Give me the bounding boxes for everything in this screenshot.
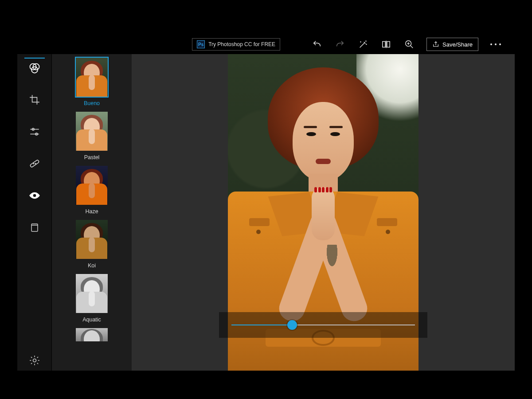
frame-icon: [29, 222, 40, 233]
preset-thumb: [75, 273, 109, 314]
svg-point-23: [33, 359, 36, 362]
eye-icon: [29, 190, 40, 201]
preset-thumb: [75, 165, 109, 206]
wand-icon: [358, 39, 368, 49]
tool-border[interactable]: [24, 217, 45, 238]
zoom-button[interactable]: [403, 39, 415, 50]
svg-rect-4: [387, 42, 390, 47]
slider-fill: [231, 325, 292, 325]
canvas-area: [132, 54, 515, 371]
svg-line-7: [411, 46, 413, 48]
tool-adjust[interactable]: [24, 121, 45, 142]
preset-label: Pastel: [84, 154, 100, 160]
preset-label: Aquatic: [82, 317, 101, 323]
zoom-in-icon: [404, 39, 414, 49]
svg-rect-3: [383, 42, 385, 47]
preset-pastel[interactable]: Pastel: [52, 111, 132, 160]
svg-point-19: [35, 163, 36, 164]
save-share-label: Save/Share: [442, 41, 473, 48]
top-toolbar: Ps Try Photoshop CC for FREE Save/Share: [17, 35, 515, 54]
redo-button[interactable]: [334, 39, 346, 50]
more-icon: [490, 43, 501, 45]
intensity-slider[interactable]: [231, 325, 415, 325]
preset-aquatic[interactable]: Aquatic: [52, 273, 132, 323]
tool-redeye[interactable]: [24, 185, 45, 206]
preset-thumb: [75, 219, 109, 260]
save-share-button[interactable]: Save/Share: [426, 38, 478, 51]
crop-icon: [29, 94, 40, 106]
compare-button[interactable]: [380, 39, 392, 50]
looks-icon: [28, 62, 41, 74]
svg-point-20: [33, 194, 36, 197]
app-window: Ps Try Photoshop CC for FREE Save/Share: [17, 28, 515, 371]
share-icon: [432, 41, 439, 48]
svg-rect-17: [30, 160, 39, 168]
sliders-icon: [29, 126, 40, 137]
promo-label: Try Photoshop CC for FREE: [208, 41, 275, 47]
flip-compare-icon: [381, 39, 391, 49]
intensity-slider-bar: [219, 312, 427, 338]
preset-label: Haze: [85, 208, 98, 215]
tool-rail: [17, 54, 52, 371]
tool-crop[interactable]: [24, 90, 45, 110]
tool-heal[interactable]: [24, 153, 45, 174]
svg-point-2: [366, 44, 367, 44]
photoshop-badge-icon: Ps: [197, 40, 205, 48]
preset-bueno[interactable]: Bueno: [52, 57, 132, 106]
undo-icon: [312, 39, 322, 49]
preset-label: Koi: [88, 262, 96, 269]
bandage-icon: [29, 158, 40, 169]
slider-thumb[interactable]: [287, 320, 297, 330]
preset-panel: Bueno Pastel Haze Koi Aquatic: [52, 54, 132, 371]
undo-button[interactable]: [311, 39, 323, 50]
svg-point-0: [366, 41, 366, 41]
svg-point-18: [33, 163, 34, 164]
preset-thumb: [75, 111, 109, 152]
auto-enhance-button[interactable]: [357, 39, 369, 50]
preset-koi[interactable]: Koi: [52, 219, 132, 269]
preset-haze[interactable]: Haze: [52, 165, 132, 215]
more-menu-button[interactable]: [490, 39, 501, 50]
preset-scroll[interactable]: Bueno Pastel Haze Koi Aquatic: [52, 54, 132, 371]
redo-icon: [335, 39, 345, 49]
preset-next[interactable]: [52, 327, 132, 342]
svg-point-1: [360, 42, 361, 42]
tool-settings[interactable]: [24, 350, 45, 371]
preset-label: Bueno: [84, 100, 100, 106]
gear-icon: [29, 355, 40, 366]
preset-thumb: [75, 57, 109, 98]
try-photoshop-promo[interactable]: Ps Try Photoshop CC for FREE: [192, 38, 280, 51]
preset-thumb: [75, 327, 109, 342]
tool-looks[interactable]: [24, 58, 45, 78]
